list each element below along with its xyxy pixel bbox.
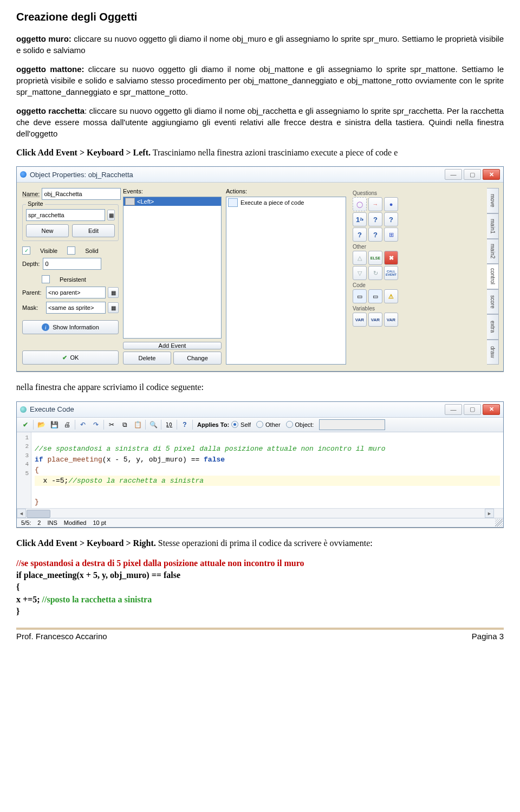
q-aligned-icon[interactable]: ? [368, 228, 382, 242]
visible-checkbox[interactable]: ✓ [22, 246, 30, 255]
para-racchetta: oggetto racchetta: cliccare su nuovo ogg… [16, 105, 504, 139]
execute-code-icon[interactable]: ▭ [353, 289, 367, 303]
redo-icon[interactable]: ↷ [90, 419, 101, 430]
mask-select[interactable]: <same as sprite> [46, 302, 106, 314]
depth-input[interactable] [43, 258, 101, 270]
edit-sprite-button[interactable]: Edit [72, 224, 115, 237]
applies-to-label: Applies To: [197, 421, 229, 428]
close-button[interactable]: ✕ [483, 169, 500, 180]
action-item-code[interactable]: Execute a piece of code [226, 197, 346, 208]
status-pos: 5/5: [21, 519, 31, 526]
delete-event-button[interactable]: Delete [123, 352, 171, 365]
name-input[interactable] [42, 188, 121, 200]
paste-icon[interactable]: 📋 [132, 419, 143, 430]
open-icon[interactable]: 📂 [36, 419, 47, 430]
parent-browse-icon[interactable]: ▦ [108, 287, 119, 298]
status-mod: Modified [64, 519, 87, 526]
actions-header: Actions: [226, 188, 346, 194]
name-label: Name: [22, 191, 40, 197]
radio-self[interactable] [231, 421, 238, 428]
code-toolbar: ✔ 📂 💾 🖨 ↶ ↷ ✂ ⧉ 📋 🔍 1̲0̲ ? Applies To: S… [17, 418, 503, 432]
vtab-score[interactable]: score [487, 289, 499, 315]
persistent-checkbox[interactable] [42, 275, 50, 283]
scroll-left-icon[interactable]: ◄ [17, 509, 26, 518]
q-chance-icon[interactable]: ? [368, 212, 382, 226]
vtab-move[interactable]: move [487, 188, 499, 213]
q-mouse-icon[interactable]: ? [353, 228, 367, 242]
execute-script-icon[interactable]: ▭ [368, 289, 382, 303]
exit-icon[interactable]: ✖ [384, 251, 398, 265]
code-minimize-button[interactable]: — [445, 404, 462, 415]
var-draw-icon[interactable]: VAR [384, 313, 398, 327]
vtab-extra[interactable]: extra [487, 314, 499, 340]
comment-icon[interactable]: ⚠ [384, 289, 398, 303]
vtab-main1[interactable]: main1 [487, 213, 499, 239]
end-block-icon[interactable]: ▽ [353, 266, 367, 280]
titlebar[interactable]: Object Properties: obj_Racchetta — ▢ ✕ [17, 167, 503, 183]
actions-listbox[interactable]: Execute a piece of code [226, 197, 346, 365]
check-icon: ✔ [62, 354, 67, 361]
status-pt: 10 pt [93, 519, 106, 526]
object-properties-dialog: Object Properties: obj_Racchetta — ▢ ✕ N… [16, 166, 504, 372]
add-event-button[interactable]: Add Event [123, 342, 222, 349]
events-listbox[interactable]: <Left> [123, 197, 222, 339]
q-instance-icon[interactable]: ● [384, 197, 398, 211]
maximize-button[interactable]: ▢ [464, 169, 481, 180]
q-count-icon[interactable]: 12₃ [353, 212, 367, 226]
vtab-draw[interactable]: draw [487, 340, 499, 365]
mask-browse-icon[interactable]: ▦ [108, 302, 119, 313]
print-icon[interactable]: 🖨 [62, 419, 73, 430]
radio-other[interactable] [256, 421, 263, 428]
parent-select[interactable]: <no parent> [46, 287, 106, 298]
action-palette: Questions ◯ → ● 12₃ ? ? ? ? ⊞ [350, 188, 487, 365]
ok-button[interactable]: ✔ OK [22, 350, 119, 365]
save-icon[interactable]: 💾 [49, 419, 60, 430]
goto-icon[interactable]: 1̲0̲ [164, 419, 174, 430]
accept-icon[interactable]: ✔ [20, 419, 31, 430]
app-icon [20, 171, 27, 178]
show-info-button[interactable]: i Show Information [22, 320, 119, 334]
resize-grip-icon[interactable] [495, 519, 503, 527]
help-icon[interactable]: ? [179, 419, 190, 430]
h-scrollbar[interactable]: ◄ ► [17, 508, 503, 518]
info-icon: i [42, 323, 49, 331]
scroll-right-icon[interactable]: ► [485, 509, 494, 518]
solid-checkbox[interactable] [67, 246, 75, 255]
event-item-left[interactable]: <Left> [123, 197, 221, 206]
var-test-icon[interactable]: VAR [368, 313, 382, 327]
q-collision-icon[interactable]: ◯ [353, 197, 367, 211]
call-event-icon[interactable]: CALL EVENT [384, 266, 398, 280]
code-titlebar[interactable]: Execute Code — ▢ ✕ [17, 402, 503, 418]
repeat-icon[interactable]: ↻ [368, 266, 382, 280]
grp-questions: Questions [353, 190, 485, 196]
scroll-thumb[interactable] [27, 510, 50, 518]
var-set-icon[interactable]: VAR [353, 313, 367, 327]
else-icon[interactable]: ELSE [368, 251, 382, 265]
start-block-icon[interactable]: △ [353, 251, 367, 265]
object-select[interactable] [319, 419, 385, 430]
copy-icon[interactable]: ⧉ [119, 419, 130, 430]
execute-code-dialog: Execute Code — ▢ ✕ ✔ 📂 💾 🖨 ↶ ↷ ✂ ⧉ 📋 🔍 1… [16, 401, 504, 528]
code-editor[interactable]: 12345 //se spostandosi a sinistra di 5 p… [17, 432, 503, 509]
new-sprite-button[interactable]: New [26, 224, 69, 237]
q-grid-icon[interactable]: ⊞ [384, 228, 398, 242]
sprite-browse-icon[interactable]: ▦ [107, 210, 115, 220]
sprite-input[interactable] [26, 209, 105, 221]
undo-icon[interactable]: ↶ [77, 419, 88, 430]
minimize-button[interactable]: — [445, 169, 462, 180]
code-close-button[interactable]: ✕ [483, 404, 500, 415]
find-icon[interactable]: 🔍 [148, 419, 159, 430]
self-label: Self [240, 421, 251, 428]
q-position-icon[interactable]: → [368, 197, 382, 211]
para-click-left: Click Add Event > Keyboard > Left. Trasc… [16, 147, 504, 159]
vtab-main2[interactable]: main2 [487, 239, 499, 264]
keyboard-icon [125, 198, 135, 205]
change-event-button[interactable]: Change [173, 352, 222, 365]
vtab-control[interactable]: control [487, 264, 499, 289]
radio-object[interactable] [286, 421, 293, 428]
code-maximize-button[interactable]: ▢ [464, 404, 481, 415]
cut-icon[interactable]: ✂ [106, 419, 117, 430]
code-icon [228, 198, 238, 207]
events-header: Events: [123, 188, 222, 194]
q-user-icon[interactable]: ? [384, 212, 398, 226]
